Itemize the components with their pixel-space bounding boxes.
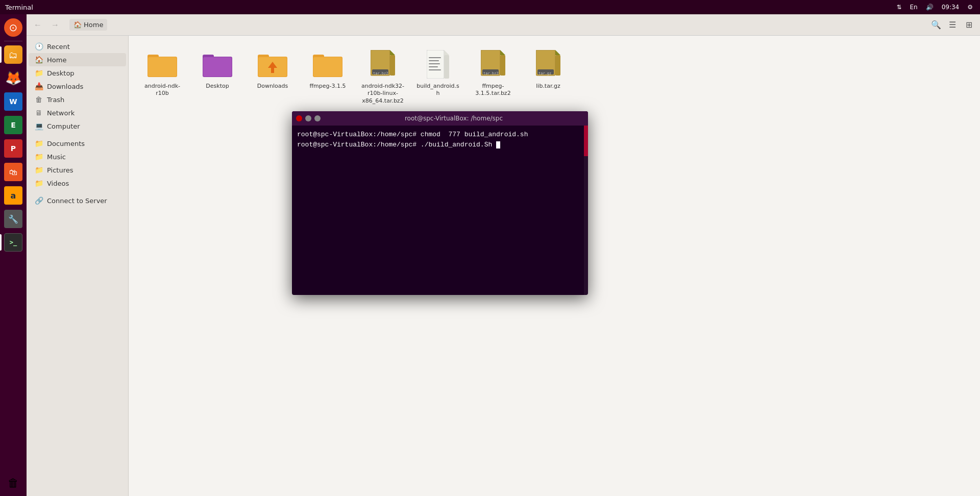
tarball-svg-lib: tar.gz <box>536 50 560 79</box>
unity-launcher: ⊙ 🗂 🦊 W E <box>0 14 27 496</box>
forward-button[interactable]: → <box>48 18 62 32</box>
volume-icon[interactable]: 🔊 <box>924 4 936 11</box>
terminal-close-button[interactable] <box>296 115 302 121</box>
sidebar-label-music: Music <box>47 153 66 161</box>
back-button[interactable]: ← <box>31 18 45 32</box>
system-tools-icon: 🔧 <box>8 214 18 224</box>
toolbar-right: 🔍 ☰ ⊞ <box>929 18 976 32</box>
launcher-item-writer[interactable]: W <box>2 90 24 113</box>
terminal-scrollbar-thumb <box>584 126 588 156</box>
launcher-item-ubuntu[interactable]: ⊙ <box>2 16 24 39</box>
file-manager: ← → 🏠 Home 🔍 ☰ ⊞ 🕐 Recent <box>27 14 980 496</box>
sidebar-item-computer[interactable]: 💻 Computer <box>29 119 126 133</box>
terminal-window[interactable]: root@spc-VirtualBox: /home/spc root@spc-… <box>292 111 588 295</box>
launcher-item-calc[interactable]: E <box>2 114 24 136</box>
firefox-icon: 🦊 <box>5 70 21 86</box>
svg-text:tar.bz2: tar.bz2 <box>373 71 388 76</box>
terminal-minimize-button[interactable] <box>305 115 311 121</box>
launcher-item-software[interactable]: 🛍 <box>2 161 24 183</box>
file-name-lib-tar: lib.tar.gz <box>536 83 560 90</box>
home-breadcrumb-label: Home <box>84 21 103 29</box>
svg-rect-15 <box>390 55 395 76</box>
trash-sidebar-icon: 🗑 <box>35 95 43 104</box>
terminal-title: root@spc-VirtualBox: /home/spc <box>324 115 584 122</box>
file-item-lib-tar[interactable]: tar.gz lib.tar.gz <box>523 44 574 109</box>
launcher-item-trash[interactable]: 🗑 <box>2 472 24 494</box>
network-icon: 🖥 <box>35 109 43 117</box>
folder-icon-ffmpeg <box>311 48 344 81</box>
launcher-item-impress[interactable]: P <box>2 137 24 160</box>
launcher-item-files[interactable]: 🗂 <box>2 43 24 66</box>
launcher-separator-1 <box>4 41 22 41</box>
terminal-content[interactable]: root@spc-VirtualBox:/home/spc# chmod 777… <box>292 126 588 295</box>
sidebar-item-music[interactable]: 📁 Music <box>29 150 126 163</box>
svg-rect-5 <box>203 57 232 77</box>
svg-rect-20 <box>444 55 449 79</box>
trash-icon: 🗑 <box>8 477 19 489</box>
launcher-item-system-tools[interactable]: 🔧 <box>2 208 24 230</box>
home-icon: 🏠 <box>35 56 43 64</box>
impress-icon: P <box>11 144 16 153</box>
tarball-svg-android-ndk: tar.bz2 <box>371 50 395 79</box>
sidebar-item-documents[interactable]: 📁 Documents <box>29 137 126 150</box>
list-view-button[interactable]: ☰ <box>945 18 960 32</box>
file-item-build-android[interactable]: build_android.sh <box>412 44 463 109</box>
terminal-titlebar: root@spc-VirtualBox: /home/spc <box>292 111 588 126</box>
tarball-icon-ffmpeg: tar.bz2 <box>477 48 509 81</box>
amazon-icon: a <box>11 191 16 201</box>
launcher-item-terminal[interactable]: >_ <box>2 231 24 254</box>
file-name-ffmpeg-tar: ffmpeg-3.1.5.tar.bz2 <box>472 83 514 97</box>
file-item-ffmpeg[interactable]: ffmpeg-3.1.5 <box>302 44 353 109</box>
sidebar: 🕐 Recent 🏠 Home 📁 Desktop 📥 Downloads 🗑 <box>27 36 129 496</box>
sidebar-item-network[interactable]: 🖥 Network <box>29 106 126 119</box>
file-item-ffmpeg-tar[interactable]: tar.bz2 ffmpeg-3.1.5.tar.bz2 <box>468 44 519 109</box>
recent-icon: 🕐 <box>35 42 43 51</box>
file-item-android-ndk[interactable]: android-ndk-r10b <box>137 44 188 109</box>
folder-svg-android-ndk <box>148 52 177 77</box>
software-icon: 🛍 <box>9 167 17 177</box>
file-grid: android-ndk-r10b Desktop <box>129 36 980 496</box>
launcher-item-amazon[interactable]: a <box>2 184 24 207</box>
tarball-icon-lib: tar.gz <box>532 48 565 81</box>
sidebar-label-computer: Computer <box>47 122 80 130</box>
home-breadcrumb[interactable]: 🏠 Home <box>69 19 107 31</box>
file-item-desktop[interactable]: Desktop <box>192 44 243 109</box>
svg-text:tar.gz: tar.gz <box>538 71 551 76</box>
settings-icon[interactable]: ⚙ <box>965 4 975 11</box>
folder-icon-downloads <box>256 48 289 81</box>
svg-rect-25 <box>429 69 441 70</box>
sidebar-item-pictures[interactable]: 📁 Pictures <box>29 163 126 177</box>
computer-icon: 💻 <box>35 122 43 130</box>
sidebar-item-trash[interactable]: 🗑 Trash <box>29 93 126 106</box>
grid-view-button[interactable]: ⊞ <box>962 18 976 32</box>
sidebar-item-desktop[interactable]: 📁 Desktop <box>29 66 126 80</box>
keyboard-indicator[interactable]: En <box>908 4 919 11</box>
svg-marker-32 <box>555 50 560 55</box>
sidebar-label-connect-server: Connect to Server <box>47 197 107 205</box>
terminal-line-2: root@spc-VirtualBox:/home/spc# ./build_a… <box>297 140 583 150</box>
writer-icon: W <box>9 97 17 106</box>
sidebar-item-connect-server[interactable]: 🔗 Connect to Server <box>29 194 126 207</box>
launcher-item-firefox[interactable]: 🦊 <box>2 67 24 89</box>
file-item-downloads[interactable]: Downloads <box>247 44 298 109</box>
tarball-icon-android-ndk: tar.bz2 <box>366 48 399 81</box>
sidebar-item-downloads[interactable]: 📥 Downloads <box>29 80 126 93</box>
folder-icon-desktop <box>201 48 234 81</box>
svg-rect-28 <box>500 55 505 76</box>
svg-rect-12 <box>313 57 342 77</box>
terminal-scrollbar[interactable] <box>584 126 588 295</box>
terminal-line-1: root@spc-VirtualBox:/home/spc# chmod 777… <box>297 130 583 140</box>
folder-svg-ffmpeg <box>313 52 342 77</box>
home-breadcrumb-icon: 🏠 <box>74 21 82 29</box>
sidebar-item-videos[interactable]: 📁 Videos <box>29 177 126 190</box>
file-item-android-ndk-tar[interactable]: tar.bz2 android-ndk32-r10b-linux-x86_64.… <box>357 44 408 109</box>
script-icon-build-android <box>422 48 454 81</box>
svg-rect-33 <box>555 55 560 76</box>
connect-server-icon: 🔗 <box>35 196 43 205</box>
terminal-maximize-button[interactable] <box>314 115 321 121</box>
sidebar-item-home[interactable]: 🏠 Home <box>29 53 126 66</box>
svg-rect-23 <box>429 63 440 64</box>
sidebar-item-recent[interactable]: 🕐 Recent <box>29 40 126 53</box>
file-name-downloads: Downloads <box>257 83 288 90</box>
search-button[interactable]: 🔍 <box>929 18 943 32</box>
